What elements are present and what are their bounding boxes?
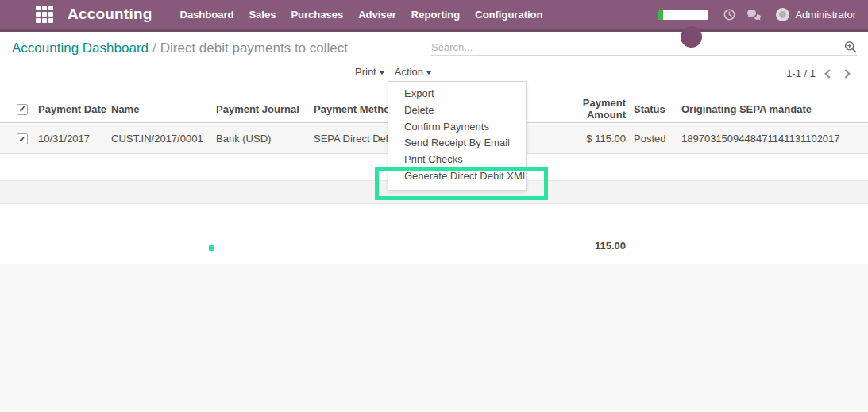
separator-line (0, 229, 868, 229)
app-title[interactable]: Accounting (68, 6, 152, 23)
col-header-payment-date[interactable]: Payment Date (38, 103, 111, 115)
menu-item-send-receipt-by-email[interactable]: Send Receipt By Email (388, 135, 526, 152)
user-menu[interactable]: Administrator (776, 8, 856, 21)
nav-item-dashboard[interactable]: Dashboard (180, 9, 234, 21)
pager-next-icon[interactable] (841, 69, 850, 78)
search-bar (431, 40, 857, 56)
col-header-payment-journal[interactable]: Payment Journal (216, 103, 314, 115)
select-all-checkbox[interactable] (17, 104, 28, 115)
list-toolbar: Print Action (355, 66, 431, 78)
col-header-mandate[interactable]: Originating SEPA mandate (681, 103, 868, 115)
nav-item-sales[interactable]: Sales (249, 9, 276, 21)
print-dropdown-button[interactable]: Print (355, 66, 384, 78)
breadcrumb-separator: / (152, 40, 156, 56)
cell-payment-amount: $ 115.00 (548, 133, 629, 144)
nav-item-configuration[interactable]: Configuration (475, 9, 542, 21)
menu-item-delete[interactable]: Delete (388, 102, 526, 119)
col-header-name[interactable]: Name (111, 103, 216, 115)
cell-name: CUST.IN/2017/0001 (111, 133, 216, 144)
breadcrumb: Accounting Dashboard/Direct debit paymen… (12, 40, 348, 56)
annotation-green-marker (209, 245, 214, 251)
row-checkbox[interactable] (17, 133, 28, 144)
apps-grid-icon[interactable] (35, 5, 54, 24)
nav-item-reporting[interactable]: Reporting (411, 9, 460, 21)
page-title: Direct debit payments to collect (160, 40, 348, 56)
pager-range: 1-1 / 1 (786, 67, 816, 79)
column-total-amount: 115.00 (548, 240, 629, 252)
user-avatar (776, 8, 789, 21)
page-background (0, 264, 868, 412)
cell-mandate: 1897031509448471141131102017 (681, 133, 868, 144)
progress-fill (658, 10, 663, 20)
cell-payment-date: 10/31/2017 (38, 133, 111, 144)
user-name: Administrator (795, 9, 856, 21)
advanced-search-icon[interactable] (844, 40, 857, 53)
main-menu: Dashboard Sales Purchases Adviser Report… (180, 9, 543, 21)
chevron-down-icon (426, 71, 431, 75)
search-input[interactable] (431, 40, 857, 56)
trial-progress-bar[interactable] (658, 10, 708, 20)
activities-clock-icon[interactable] (723, 9, 735, 21)
action-button-label: Action (395, 66, 423, 78)
top-navbar: Accounting Dashboard Sales Purchases Adv… (0, 0, 868, 32)
action-dropdown-button[interactable]: Action (395, 66, 431, 78)
print-button-label: Print (355, 66, 376, 78)
messages-chat-icon[interactable] (746, 9, 763, 21)
menu-item-generate-direct-debit-xml[interactable]: Generate Direct Debit XML (388, 168, 526, 185)
nav-item-purchases[interactable]: Purchases (291, 9, 343, 21)
menu-item-print-checks[interactable]: Print Checks (388, 152, 526, 168)
col-header-payment-amount[interactable]: Payment Amount (548, 97, 629, 121)
pager: 1-1 / 1 (786, 67, 849, 79)
chevron-down-icon (380, 71, 384, 75)
action-dropdown-menu: Export Delete Confirm Payments Send Rece… (388, 81, 527, 191)
col-header-status[interactable]: Status (629, 103, 681, 115)
navbar-right: Administrator (658, 8, 868, 21)
pager-prev-icon[interactable] (824, 69, 833, 78)
cell-payment-journal: Bank (USD) (216, 133, 314, 144)
menu-item-export[interactable]: Export (388, 86, 526, 102)
menu-item-confirm-payments[interactable]: Confirm Payments (388, 119, 526, 136)
breadcrumb-parent-link[interactable]: Accounting Dashboard (12, 40, 149, 56)
nav-item-adviser[interactable]: Adviser (358, 9, 396, 21)
cell-status: Posted (629, 133, 681, 144)
